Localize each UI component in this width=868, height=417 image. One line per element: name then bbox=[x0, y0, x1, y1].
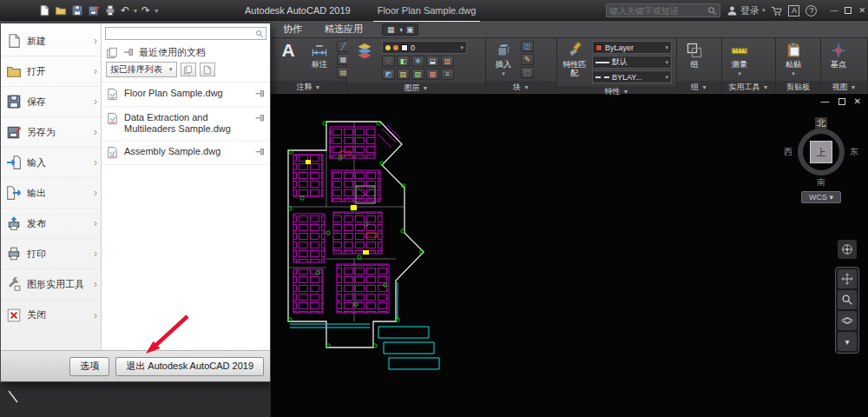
menu-item-publish[interactable]: 发布 › bbox=[1, 208, 101, 239]
tab-featured-apps[interactable]: 精选应用 bbox=[321, 21, 366, 37]
minimize-button[interactable]: — bbox=[830, 6, 838, 15]
contrast-icon[interactable]: ◑ bbox=[398, 25, 403, 34]
insert-block-button[interactable]: 插入 ▾ bbox=[490, 41, 517, 77]
help-button[interactable]: ? bbox=[806, 5, 817, 17]
paste-button[interactable]: 粘贴 ▾ bbox=[779, 41, 807, 77]
open-file-icon[interactable] bbox=[55, 4, 67, 17]
pin-icon[interactable] bbox=[254, 147, 266, 158]
panel-label-utilities[interactable]: 实用工具 ▼ bbox=[722, 81, 775, 93]
layer-lock-icon[interactable]: ⬓ bbox=[426, 56, 439, 67]
store-button[interactable] bbox=[771, 5, 782, 17]
undo-icon[interactable]: ↶ bbox=[121, 4, 129, 17]
doc-restore-icon[interactable] bbox=[838, 98, 845, 105]
menu-item-open[interactable]: 打开 › bbox=[1, 56, 101, 87]
preview-view-button[interactable] bbox=[200, 63, 215, 76]
layer-off-icon[interactable]: ◌ bbox=[382, 56, 395, 67]
viewcube-top-face[interactable]: 上 bbox=[810, 141, 832, 163]
redo-icon[interactable]: ↷ bbox=[141, 4, 150, 17]
drawing-canvas[interactable]: — ✕ bbox=[271, 94, 868, 417]
menu-item-print[interactable]: 打印 › bbox=[1, 239, 101, 269]
wcs-dropdown[interactable]: WCS ▾ bbox=[801, 191, 841, 203]
panel-label-view[interactable]: 视图 ▼ bbox=[821, 81, 867, 93]
layer-isolate-icon[interactable]: ◧ bbox=[397, 56, 410, 67]
layer-walk-icon[interactable]: ▨ bbox=[397, 69, 410, 80]
create-block-icon[interactable]: ◫ bbox=[521, 41, 534, 52]
layer-state-icon[interactable]: ≡ bbox=[441, 69, 454, 80]
panel-label-layers[interactable]: 图层 ▼ bbox=[347, 83, 485, 94]
layer-select[interactable]: 0 ▾ bbox=[382, 41, 467, 54]
lineweight-select[interactable]: 默认 ▾ bbox=[592, 56, 672, 69]
qat-customize-icon[interactable]: ▾ bbox=[155, 7, 158, 15]
panel-label-properties[interactable]: 特性 ▼ bbox=[557, 86, 676, 97]
zoom-button[interactable] bbox=[838, 290, 857, 309]
steering-wheel-button[interactable] bbox=[838, 240, 857, 259]
panel-label-block[interactable]: 块 ▼ bbox=[486, 81, 556, 93]
menu-item-import[interactable]: 输入 › bbox=[1, 148, 101, 178]
exit-button[interactable]: 退出 Autodesk AutoCAD 2019 bbox=[115, 357, 264, 376]
signin-button[interactable]: 登录 ▾ bbox=[727, 4, 766, 17]
layer-prev-icon[interactable]: ◩ bbox=[382, 69, 395, 80]
menu-item-drawing-utilities[interactable]: 图形实用工具 › bbox=[1, 269, 101, 300]
doc-minimize-icon[interactable]: — bbox=[821, 96, 830, 106]
doc-close-icon[interactable]: ✕ bbox=[854, 96, 861, 106]
layer-freeze-icon[interactable]: ❄ bbox=[411, 56, 424, 67]
navbar-more-button[interactable]: ▾ bbox=[838, 332, 857, 351]
layer-match-icon[interactable]: ▥ bbox=[441, 56, 454, 67]
box-icon[interactable]: ▣ bbox=[406, 25, 414, 34]
new-file-icon[interactable] bbox=[38, 4, 50, 17]
options-button[interactable]: 选项 bbox=[69, 357, 109, 376]
menu-item-close[interactable]: 关闭 › bbox=[1, 300, 101, 330]
panel-label-clipboard[interactable]: 剪贴板 bbox=[776, 81, 820, 93]
recent-doc-assembly[interactable]: Assembly Sample.dwg bbox=[102, 141, 270, 165]
panel-label-group[interactable]: 组 ▼ bbox=[677, 81, 721, 93]
match-properties-button[interactable]: 特性匹配 bbox=[561, 41, 589, 78]
menu-item-export[interactable]: 输出 › bbox=[1, 178, 101, 208]
layer-merge-icon[interactable]: ▧ bbox=[411, 69, 424, 80]
recent-doc-data-extraction[interactable]: Data Extraction and Multileaders Sample.… bbox=[102, 107, 270, 141]
pin-icon[interactable] bbox=[254, 113, 266, 124]
menu-item-label: 新建 bbox=[27, 36, 89, 47]
layer-properties-button[interactable] bbox=[351, 41, 378, 60]
pin-icon[interactable] bbox=[254, 89, 266, 100]
restore-button[interactable] bbox=[845, 7, 852, 14]
base-button[interactable]: 基点 bbox=[825, 41, 852, 70]
recent-docs-icon[interactable] bbox=[106, 47, 118, 59]
plot-icon[interactable] bbox=[104, 4, 116, 17]
search-icon[interactable] bbox=[255, 30, 264, 38]
viewcube-north-label[interactable]: 北 bbox=[815, 117, 827, 129]
exchange-apps-button[interactable]: A bbox=[788, 5, 799, 17]
layer-delete-icon[interactable]: ▩ bbox=[426, 69, 439, 80]
block-editor-icon[interactable]: ⬚ bbox=[521, 67, 534, 78]
viewcube-compass[interactable]: 上 北 南 西 东 bbox=[794, 125, 848, 179]
search-icon[interactable] bbox=[707, 6, 717, 16]
color-select[interactable]: ByLayer ▾ bbox=[592, 41, 672, 54]
menu-item-new[interactable]: 新建 › bbox=[1, 26, 101, 56]
grid-icon[interactable]: ▦ bbox=[387, 25, 395, 34]
viewcube-west-label[interactable]: 西 bbox=[784, 146, 792, 158]
edit-attribute-icon[interactable]: ✎ bbox=[521, 54, 534, 65]
save-as-icon[interactable] bbox=[88, 4, 100, 17]
menu-item-save[interactable]: 保存 › bbox=[1, 87, 101, 117]
chevron-down-icon[interactable]: ▾ bbox=[134, 7, 137, 15]
close-button[interactable]: ✕ bbox=[858, 6, 865, 15]
menu-item-save-as[interactable]: 另存为 › bbox=[1, 117, 101, 148]
measure-button[interactable]: 测量 ▾ bbox=[726, 41, 753, 77]
recent-doc-floor-plan[interactable]: Floor Plan Sample.dwg bbox=[102, 83, 270, 107]
sort-order-dropdown[interactable]: 按已排序列表 ▾ bbox=[106, 62, 177, 77]
dimension-button[interactable]: 标注 bbox=[306, 41, 333, 70]
viewcube-east-label[interactable]: 东 bbox=[850, 146, 858, 158]
viewcube[interactable]: 上 北 南 西 东 WCS ▾ bbox=[788, 116, 854, 203]
group-button[interactable]: 组 bbox=[681, 41, 708, 70]
save-icon[interactable] bbox=[71, 4, 83, 17]
linetype-select[interactable]: BYLAY... ▾ bbox=[592, 70, 672, 83]
pinned-docs-icon[interactable] bbox=[122, 47, 135, 59]
menu-search-input[interactable] bbox=[108, 29, 255, 38]
help-search-input[interactable] bbox=[609, 6, 707, 16]
viewcube-south-label[interactable]: 南 bbox=[817, 176, 825, 189]
panel-label-annotation[interactable]: 注释 ▼ bbox=[271, 81, 346, 93]
pan-button[interactable] bbox=[838, 269, 857, 288]
mtext-button[interactable]: A bbox=[274, 41, 302, 60]
tab-collaborate[interactable]: 协作 bbox=[279, 21, 306, 37]
small-icons-view-button[interactable] bbox=[181, 63, 196, 76]
orbit-button[interactable] bbox=[838, 311, 857, 330]
